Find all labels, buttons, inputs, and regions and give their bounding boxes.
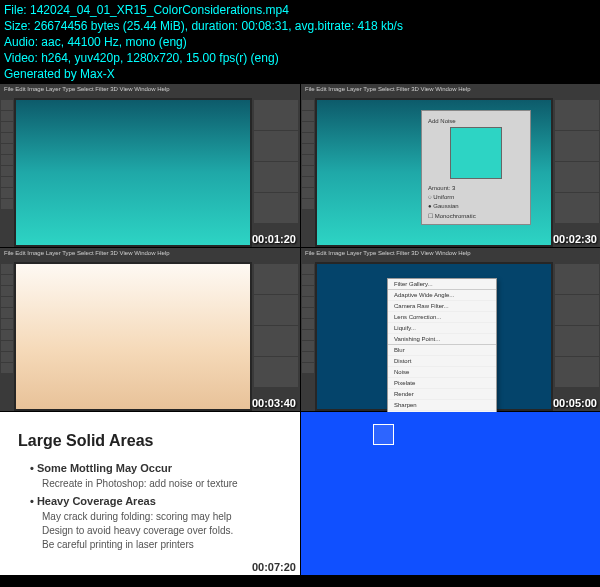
- menu-item: Distort: [388, 356, 496, 367]
- dialog-preview: [450, 127, 502, 179]
- menu-item: Render: [388, 389, 496, 400]
- timestamp-2: 00:02:30: [553, 233, 597, 245]
- slide-sub-1: Recreate in Photoshop: add noise or text…: [42, 478, 282, 489]
- file-line: File: 142024_04_01_XR15_ColorConsiderati…: [4, 2, 596, 18]
- slide-sub-4: Be careful printing in laser printers: [42, 539, 282, 550]
- photoshop-panels: [252, 262, 300, 411]
- generated-line: Generated by Max-X: [4, 66, 596, 82]
- photoshop-menubar: File Edit Image Layer Type Select Filter…: [301, 248, 600, 262]
- photoshop-panels: [252, 98, 300, 247]
- menu-filter-gallery: Filter Gallery...: [388, 279, 496, 290]
- timestamp-1: 00:01:20: [252, 233, 296, 245]
- canvas-dark-blue: Filter Gallery... Adaptive Wide Angle...…: [317, 264, 551, 409]
- canvas-teal-gradient: Add Noise Amount: 3 ○ Uniform ● Gaussian…: [317, 100, 551, 245]
- slide-sub-2: May crack during folding: scoring may he…: [42, 511, 282, 522]
- photoshop-menubar: File Edit Image Layer Type Select Filter…: [301, 84, 600, 98]
- timestamp-3: 00:03:40: [252, 397, 296, 409]
- dialog-title: Add Noise: [428, 118, 524, 124]
- photoshop-toolbar: [0, 262, 14, 411]
- slide-title: Large Solid Areas: [18, 432, 282, 450]
- timestamp-5: 00:07:20: [252, 561, 296, 573]
- thumbnail-4: File Edit Image Layer Type Select Filter…: [301, 248, 600, 411]
- menu-item: Camera Raw Filter...: [388, 301, 496, 312]
- dialog-opt-uniform: ○ Uniform: [428, 194, 524, 200]
- highlight-box: [373, 424, 394, 445]
- photoshop-panels: [553, 98, 600, 247]
- thumbnail-grid: File Edit Image Layer Type Select Filter…: [0, 84, 600, 575]
- photoshop-toolbar: [301, 262, 315, 411]
- thumbnail-5-slide: Large Solid Areas • Some Mottling May Oc…: [0, 412, 300, 575]
- menu-item: Noise: [388, 367, 496, 378]
- menu-item: Lens Correction...: [388, 312, 496, 323]
- thumbnail-1: File Edit Image Layer Type Select Filter…: [0, 84, 300, 247]
- photoshop-toolbar: [0, 98, 14, 247]
- menu-item: Pixelate: [388, 378, 496, 389]
- slide-bullet-2: • Heavy Coverage Areas: [30, 495, 282, 507]
- menu-item: Adaptive Wide Angle...: [388, 290, 496, 301]
- menu-item: Liquify...: [388, 323, 496, 334]
- dialog-opt-mono: ☐ Monochromatic: [428, 212, 524, 218]
- photoshop-menubar: File Edit Image Layer Type Select Filter…: [0, 84, 300, 98]
- audio-line: Audio: aac, 44100 Hz, mono (eng): [4, 34, 596, 50]
- menu-item: Vanishing Point...: [388, 334, 496, 345]
- canvas-peach-gradient: [16, 264, 250, 409]
- slide-bullet-1: • Some Mottling May Occur: [30, 462, 282, 474]
- add-noise-dialog: Add Noise Amount: 3 ○ Uniform ● Gaussian…: [421, 110, 531, 225]
- canvas-teal-gradient: [16, 100, 250, 245]
- photoshop-menubar: File Edit Image Layer Type Select Filter…: [0, 248, 300, 262]
- photoshop-panels: [553, 262, 600, 411]
- thumbnail-3: File Edit Image Layer Type Select Filter…: [0, 248, 300, 411]
- timestamp-4: 00:05:00: [553, 397, 597, 409]
- media-info-header: File: 142024_04_01_XR15_ColorConsiderati…: [0, 0, 600, 84]
- dialog-opt-gaussian: ● Gaussian: [428, 203, 524, 209]
- size-line: Size: 26674456 bytes (25.44 MiB), durati…: [4, 18, 596, 34]
- photoshop-toolbar: [301, 98, 315, 247]
- thumbnail-2: File Edit Image Layer Type Select Filter…: [301, 84, 600, 247]
- thumbnail-6-blank: [301, 412, 600, 575]
- video-line: Video: h264, yuv420p, 1280x720, 15.00 fp…: [4, 50, 596, 66]
- menu-item: Sharpen: [388, 400, 496, 411]
- dialog-opt-amount: Amount: 3: [428, 185, 524, 191]
- menu-item: Blur: [388, 345, 496, 356]
- slide-sub-3: Design to avoid heavy coverage over fold…: [42, 525, 282, 536]
